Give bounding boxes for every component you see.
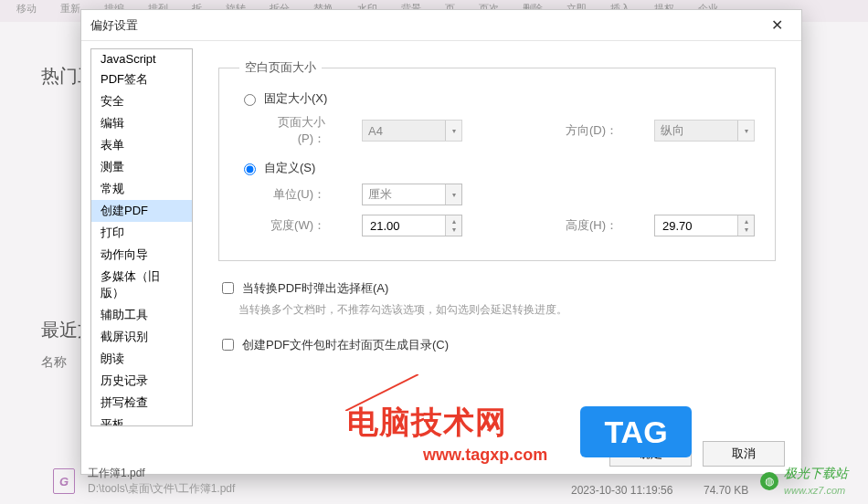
dialog-titlebar: 偏好设置 ✕ [81, 10, 801, 41]
orientation-combo: 纵向▾ [654, 120, 755, 142]
category-listbox[interactable]: JavaScriptPDF签名安全编辑表单测量常规创建PDF打印动作向导多媒体（… [90, 48, 193, 426]
globe-icon: ◍ [760, 472, 778, 490]
ok-button[interactable]: 确定 [609, 441, 692, 467]
category-item[interactable]: 编辑 [91, 112, 192, 134]
unit-label: 单位(U)： [261, 186, 325, 203]
height-label: 高度(H)： [554, 217, 618, 234]
category-item[interactable]: 多媒体（旧版） [91, 266, 192, 304]
category-item[interactable]: 打印 [91, 222, 192, 244]
bg-col-name: 名称 [41, 354, 67, 371]
chevron-down-icon: ▾ [737, 121, 754, 141]
xz7-watermark: ◍ 极光下载站 www.xz7.com [760, 466, 848, 497]
category-item[interactable]: 拼写检查 [91, 392, 192, 414]
popup-on-convert-checkbox[interactable]: 当转换PDF时弹出选择框(A) [218, 279, 776, 297]
close-icon[interactable]: ✕ [761, 16, 792, 34]
width-label: 宽度(W)： [261, 217, 325, 234]
radio-fixed-input[interactable] [244, 94, 256, 106]
radio-fixed-size[interactable]: 固定大小(X) [239, 90, 755, 107]
chevron-down-icon: ▾ [445, 121, 461, 141]
dialog-title: 偏好设置 [90, 17, 138, 34]
cancel-button[interactable]: 取消 [703, 441, 785, 467]
height-spinner[interactable]: ▴▾ [654, 215, 755, 236]
generate-toc-checkbox[interactable]: 创建PDF文件包时在封面页生成目录(C) [218, 336, 776, 353]
file-size: 74.70 KB [704, 484, 748, 497]
category-item[interactable]: 动作向导 [91, 244, 192, 266]
radio-custom-size[interactable]: 自定义(S) [239, 160, 755, 176]
spin-buttons-icon[interactable]: ▴▾ [445, 215, 461, 236]
page-size-combo: A4▾ [362, 120, 462, 142]
radio-custom-input[interactable] [244, 163, 256, 175]
category-item[interactable]: 常规 [91, 178, 192, 200]
category-item[interactable]: 历史记录 [91, 370, 192, 392]
chk1-hint: 当转换多个文档时，不推荐勾选该选项，如勾选则会延迟转换进度。 [238, 302, 776, 318]
file-date: 2023-10-30 11:19:56 [571, 484, 672, 497]
blank-page-size-group: 空白页面大小 固定大小(X) 页面大小(P)： A4▾ 方向(D)： 纵向▾ [218, 59, 776, 261]
category-item[interactable]: PDF签名 [91, 68, 192, 90]
category-item[interactable]: 辅助工具 [91, 304, 192, 326]
chk2-input[interactable] [222, 339, 234, 351]
recent-file-row[interactable]: G 工作簿1.pdf D:\tools\桌面\文件\工作簿1.pdf [53, 466, 235, 497]
group-legend: 空白页面大小 [239, 59, 322, 76]
category-item[interactable]: 朗读 [91, 348, 192, 370]
category-item[interactable]: JavaScript [91, 49, 192, 68]
category-item[interactable]: 创建PDF [91, 200, 192, 222]
category-item[interactable]: 测量 [91, 156, 192, 178]
chk1-input[interactable] [222, 282, 234, 294]
category-item[interactable]: 安全 [91, 90, 192, 112]
height-input[interactable] [661, 218, 715, 234]
file-name: 工作簿1.pdf [88, 466, 235, 481]
menu-item: 移动 [9, 2, 44, 20]
spin-buttons-icon[interactable]: ▴▾ [737, 215, 754, 236]
width-input[interactable] [368, 218, 423, 234]
preferences-dialog: 偏好设置 ✕ JavaScriptPDF签名安全编辑表单测量常规创建PDF打印动… [80, 9, 802, 475]
file-path: D:\tools\桌面\文件\工作簿1.pdf [88, 481, 235, 497]
category-item[interactable]: 截屏识别 [91, 326, 192, 348]
category-item[interactable]: 表单 [91, 134, 192, 156]
orientation-label: 方向(D)： [554, 122, 618, 139]
category-item[interactable]: 平板 [91, 414, 192, 426]
settings-panel: 空白页面大小 固定大小(X) 页面大小(P)： A4▾ 方向(D)： 纵向▾ [193, 41, 801, 434]
page-size-label: 页面大小(P)： [261, 114, 325, 147]
chevron-down-icon: ▾ [445, 184, 461, 205]
unit-combo[interactable]: 厘米▾ [362, 184, 462, 205]
width-spinner[interactable]: ▴▾ [362, 215, 462, 236]
pdf-file-icon: G [53, 468, 75, 494]
